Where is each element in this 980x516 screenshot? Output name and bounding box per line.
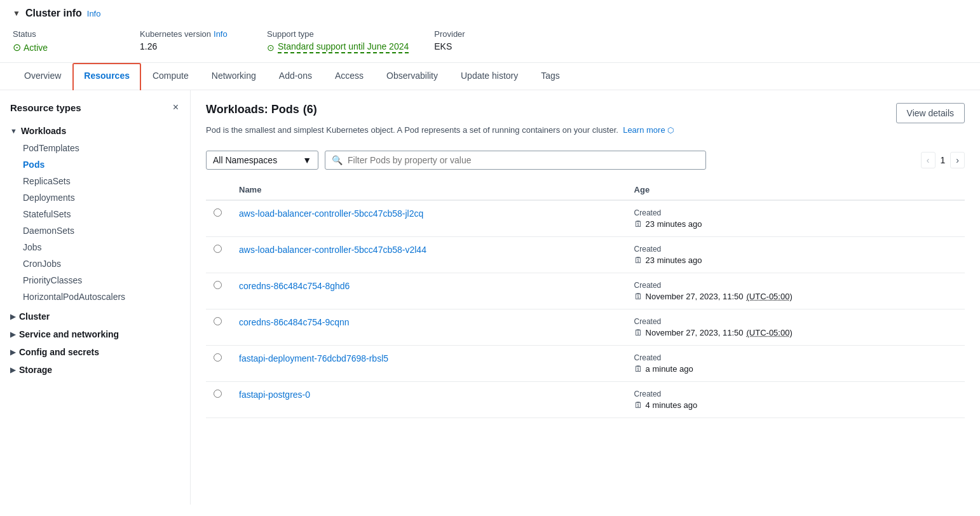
cluster-meta: Status ⊙ Active Kubernetes version Info …	[13, 25, 967, 57]
status-label: Status	[13, 29, 114, 39]
tab-tags[interactable]: Tags	[529, 63, 571, 90]
k8s-label: Kubernetes version Info	[140, 29, 242, 39]
pod-count: (6)	[303, 103, 317, 116]
meta-provider: Provider EKS	[434, 25, 561, 57]
tab-networking[interactable]: Networking	[200, 63, 268, 90]
pod-link-2[interactable]: aws-load-balancer-controller-5bcc47cb58-…	[239, 245, 426, 255]
service-networking-label: Service and networking	[19, 329, 119, 339]
sidebar-close-button[interactable]: ×	[172, 100, 180, 114]
content-description: Pod is the smallest and simplest Kuberne…	[206, 124, 674, 137]
sidebar-title: Resource types	[10, 102, 81, 113]
pod-radio-3[interactable]	[214, 281, 222, 289]
cluster-label: Cluster	[19, 311, 50, 322]
sidebar-section-cluster[interactable]: ▶ Cluster	[0, 308, 190, 325]
provider-label: Provider	[434, 29, 536, 39]
pod-radio-4[interactable]	[214, 317, 222, 325]
tab-resources[interactable]: Resources	[72, 63, 141, 90]
support-label: Support type	[267, 29, 409, 39]
table-row: aws-load-balancer-controller-5bcc47cb58-…	[206, 236, 965, 273]
sidebar: Resource types × ▼ Workloads PodTemplate…	[0, 90, 191, 505]
tab-observability[interactable]: Observability	[375, 63, 449, 90]
collapse-icon[interactable]: ▼	[13, 9, 20, 18]
pod-link-6[interactable]: fastapi-postgres-0	[239, 390, 310, 400]
table-header-name: Name	[231, 180, 627, 200]
sidebar-section-storage[interactable]: ▶ Storage	[0, 361, 190, 379]
workloads-label: Workloads	[21, 126, 66, 136]
pod-link-3[interactable]: coredns-86c484c754-8ghd6	[239, 281, 350, 291]
sidebar-section-workloads-header[interactable]: ▼ Workloads	[0, 122, 190, 140]
support-check-icon: ⊙	[267, 43, 275, 53]
content-title-area: Workloads: Pods (6) Pod is the smallest …	[206, 103, 674, 146]
calendar-icon: 🗓	[634, 400, 643, 410]
cluster-info-link[interactable]: Info	[87, 9, 101, 18]
next-page-button[interactable]: ›	[950, 152, 965, 168]
status-value: ⊙ Active	[13, 41, 114, 53]
pod-age-label-4: Created	[634, 317, 957, 326]
pod-link-1[interactable]: aws-load-balancer-controller-5bcc47cb58-…	[239, 208, 423, 219]
pod-age-label-5: Created	[634, 353, 957, 362]
table-row: fastapi-postgres-0Created🗓4 minutes ago	[206, 381, 965, 418]
view-details-button[interactable]: View details	[896, 103, 965, 123]
pods-table: Name Age aws-load-balancer-controller-5b…	[206, 180, 965, 418]
content-title: Workloads: Pods	[206, 103, 299, 116]
meta-k8s: Kubernetes version Info 1.26	[140, 25, 267, 57]
pod-link-5[interactable]: fastapi-deployment-76dcbd7698-rbsl5	[239, 353, 388, 363]
sidebar-item-deployments[interactable]: Deployments	[0, 189, 190, 206]
table-header-select	[206, 180, 231, 200]
pod-age-time-3: 🗓November 27, 2023, 11:50 (UTC-05:00)	[634, 292, 957, 301]
sidebar-item-stateful-sets[interactable]: StatefulSets	[0, 206, 190, 222]
storage-label: Storage	[19, 365, 52, 375]
filter-pagination-row: All Namespaces ▼ 🔍 ‹ 1 ›	[206, 151, 965, 170]
calendar-icon: 🗓	[634, 328, 643, 337]
pod-age-time-1: 🗓23 minutes ago	[634, 219, 957, 229]
sidebar-item-priority-classes[interactable]: PriorityClasses	[0, 272, 190, 289]
pod-radio-2[interactable]	[214, 245, 222, 253]
tab-compute[interactable]: Compute	[141, 63, 200, 90]
table-row: fastapi-deployment-76dcbd7698-rbsl5Creat…	[206, 345, 965, 381]
search-input[interactable]	[348, 155, 699, 165]
content-area: Workloads: Pods (6) Pod is the smallest …	[191, 90, 980, 505]
pod-age-time-2: 🗓23 minutes ago	[634, 255, 957, 265]
config-secrets-arrow-icon: ▶	[10, 348, 15, 356]
sidebar-section-config-secrets[interactable]: ▶ Config and secrets	[0, 343, 190, 361]
search-box: 🔍	[325, 151, 706, 170]
sidebar-item-pod-templates[interactable]: PodTemplates	[0, 140, 190, 156]
table-row: aws-load-balancer-controller-5bcc47cb58-…	[206, 200, 965, 237]
provider-value: EKS	[434, 41, 536, 51]
pod-age-label-2: Created	[634, 245, 957, 254]
sidebar-item-pods[interactable]: Pods	[0, 156, 190, 173]
pod-age-label-3: Created	[634, 281, 957, 290]
sidebar-section-workloads: ▼ Workloads PodTemplates Pods ReplicaSet…	[0, 122, 190, 305]
pod-radio-5[interactable]	[214, 353, 222, 362]
search-icon: 🔍	[332, 155, 343, 165]
pod-age-label-6: Created	[634, 390, 957, 398]
prev-page-button[interactable]: ‹	[921, 152, 936, 168]
cluster-title: Cluster info	[25, 8, 82, 19]
sidebar-item-cron-jobs[interactable]: CronJobs	[0, 255, 190, 272]
k8s-info-link[interactable]: Info	[214, 29, 228, 39]
cluster-header: ▼ Cluster info Info Status ⊙ Active Kube…	[0, 0, 980, 63]
tab-access[interactable]: Access	[323, 63, 375, 90]
tab-addons[interactable]: Add-ons	[268, 63, 323, 90]
pod-age-time-5: 🗓a minute ago	[634, 364, 957, 374]
pod-radio-6[interactable]	[214, 390, 222, 398]
sidebar-item-replica-sets[interactable]: ReplicaSets	[0, 173, 190, 189]
pod-age-time-6: 🗓4 minutes ago	[634, 400, 957, 410]
sidebar-item-hpa[interactable]: HorizontalPodAutoscalers	[0, 289, 190, 305]
learn-more-link[interactable]: Learn more ⬡	[623, 125, 674, 135]
sidebar-header: Resource types ×	[0, 100, 190, 122]
pod-link-4[interactable]: coredns-86c484c754-9cqnn	[239, 317, 350, 327]
tab-update-history[interactable]: Update history	[449, 63, 529, 90]
tab-overview[interactable]: Overview	[13, 63, 72, 90]
sidebar-item-jobs[interactable]: Jobs	[0, 239, 190, 255]
calendar-icon: 🗓	[634, 292, 643, 301]
service-networking-arrow-icon: ▶	[10, 330, 15, 339]
page-number: 1	[938, 155, 948, 165]
workloads-arrow-icon: ▼	[10, 127, 17, 135]
k8s-value: 1.26	[140, 41, 242, 51]
sidebar-section-service-networking[interactable]: ▶ Service and networking	[0, 325, 190, 343]
pod-radio-1[interactable]	[214, 208, 222, 217]
cluster-arrow-icon: ▶	[10, 313, 15, 321]
sidebar-item-daemon-sets[interactable]: DaemonSets	[0, 222, 190, 239]
namespace-select[interactable]: All Namespaces ▼	[206, 151, 318, 170]
